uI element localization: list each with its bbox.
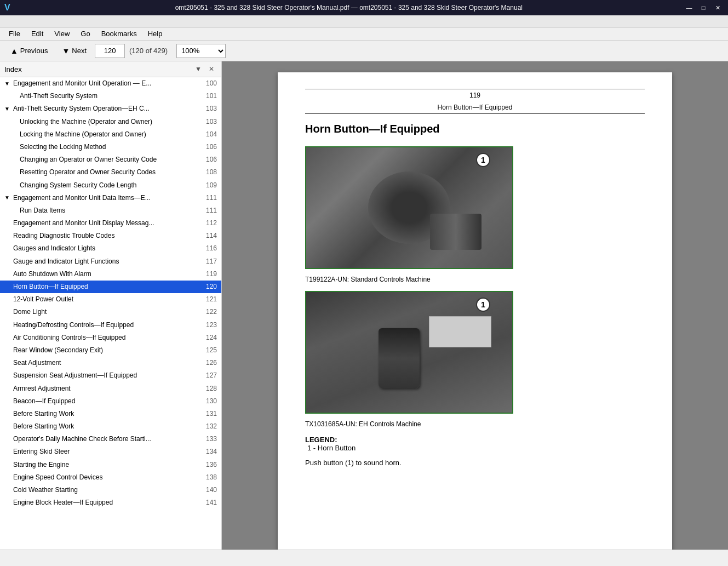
sidebar-item[interactable]: Operator's Daily Machine Check Before St…	[0, 433, 221, 445]
sidebar-item[interactable]: Unlocking the Machine (Operator and Owne…	[0, 116, 221, 128]
next-label: Next	[72, 47, 87, 55]
sidebar-close-button[interactable]: ✕	[206, 64, 217, 75]
prev-label: Previous	[20, 47, 48, 55]
sidebar-item-page: 100	[200, 78, 217, 89]
sidebar-item[interactable]: Starting the Engine136	[0, 459, 221, 471]
sidebar-item[interactable]: Locking the Machine (Operator and Owner)…	[0, 128, 221, 141]
sidebar-item[interactable]: Engagement and Monitor Unit Display Mess…	[0, 217, 221, 230]
sidebar-item[interactable]: Seat Adjustment126	[0, 357, 221, 369]
toolbar: ▲ Previous ▼ Next (120 of 429) 100% 50% …	[0, 41, 728, 61]
menu-bookmarks[interactable]: Bookmarks	[96, 28, 142, 39]
sidebar-item-page: 132	[200, 421, 217, 432]
sidebar-item[interactable]: ▼Engagement and Monitor Unit Operation —…	[0, 77, 221, 90]
page-number: 119	[305, 89, 645, 99]
sidebar-item[interactable]: Cold Weather Starting140	[0, 484, 221, 496]
sidebar-item-page: 112	[200, 218, 217, 228]
prev-button[interactable]: ▲ Previous	[4, 44, 54, 58]
sidebar-item-label: Engagement and Monitor Unit Operation — …	[13, 78, 200, 89]
sidebar-list[interactable]: ▼Engagement and Monitor Unit Operation —…	[0, 77, 221, 550]
sidebar-item-label: Anti-Theft Security System	[20, 91, 200, 101]
title-bar: V omt205051 - 325 and 328 Skid Steer Ope…	[0, 0, 728, 15]
sidebar-item-label: Before Starting Work	[13, 421, 200, 432]
sidebar-item[interactable]: Before Starting Work132	[0, 420, 221, 433]
sidebar-item[interactable]: Engine Block Heater—If Equipped141	[0, 496, 221, 509]
sidebar-item-page: 108	[200, 167, 217, 178]
image2-callout: 1	[476, 298, 490, 312]
menu-go[interactable]: Go	[75, 28, 95, 39]
sidebar-item-page: 134	[200, 447, 217, 457]
sidebar-item-label: Horn Button—If Equipped	[13, 282, 200, 292]
sidebar-item-page: 106	[200, 142, 217, 152]
sidebar-item-page: 106	[200, 155, 217, 165]
sidebar-item-page: 131	[200, 409, 217, 419]
sidebar-item-label: Gauges and Indicator Lights	[13, 243, 200, 254]
sidebar-item[interactable]: ▼Engagement and Monitor Unit Data Items—…	[0, 192, 221, 204]
sidebar-item[interactable]: Engine Speed Control Devices138	[0, 471, 221, 484]
sidebar-item[interactable]: Reading Diagnostic Trouble Codes114	[0, 230, 221, 242]
sidebar-item[interactable]: Suspension Seat Adjustment—If Equipped12…	[0, 369, 221, 382]
menu-file[interactable]: File	[3, 28, 26, 39]
image1-callout: 1	[476, 153, 490, 167]
menu-edit[interactable]: Edit	[26, 28, 49, 39]
sidebar-item-label: Beacon—If Equipped	[13, 396, 200, 407]
sidebar-item-label: Heating/Defrosting Controls—If Equipped	[13, 320, 200, 330]
sidebar-item-page: 133	[200, 434, 217, 444]
pdf-area[interactable]: 119 Horn Button—If Equipped Horn Button—…	[222, 61, 728, 550]
image2: 1	[306, 292, 512, 413]
sidebar-item[interactable]: Dome Light122	[0, 306, 221, 318]
image1-caption: T199122A-UN: Standard Controls Machine	[305, 276, 645, 283]
menu-help[interactable]: Help	[142, 28, 168, 39]
maximize-button[interactable]: □	[697, 3, 709, 13]
sidebar-item-page: 101	[200, 91, 217, 101]
sidebar-item-page: 111	[200, 193, 217, 203]
sidebar-item[interactable]: ▼Anti-Theft Security System Operation—EH…	[0, 102, 221, 115]
expand-icon[interactable]: ▼	[4, 105, 12, 113]
page-input[interactable]	[95, 44, 125, 58]
expand-icon[interactable]: ▼	[4, 193, 12, 202]
sidebar-item[interactable]: Selecting the Locking Method106	[0, 141, 221, 153]
sidebar-item-label: Unlocking the Machine (Operator and Owne…	[20, 117, 200, 127]
sidebar-item-label: Engagement and Monitor Unit Display Mess…	[13, 218, 200, 228]
legend-item: 1 - Horn Button	[307, 444, 645, 452]
sidebar-item-label: Engagement and Monitor Unit Data Items—E…	[13, 193, 200, 203]
sidebar-item[interactable]: Heating/Defrosting Controls—If Equipped1…	[0, 319, 221, 331]
sidebar-item-page: 109	[200, 180, 217, 191]
sidebar-item[interactable]: Beacon—If Equipped130	[0, 395, 221, 408]
sidebar-item-page: 138	[200, 472, 217, 483]
sidebar-item[interactable]: Gauge and Indicator Light Functions117	[0, 255, 221, 268]
sidebar-item[interactable]: Anti-Theft Security System101	[0, 90, 221, 102]
sidebar-dropdown-button[interactable]: ▼	[193, 64, 204, 75]
sidebar-item[interactable]: Rear Window (Secondary Exit)125	[0, 344, 221, 357]
legend-section: LEGEND: 1 - Horn Button	[305, 436, 645, 452]
expand-icon[interactable]: ▼	[4, 79, 12, 88]
close-button[interactable]: ✕	[712, 3, 724, 13]
sidebar-item-page: 122	[200, 307, 217, 317]
sidebar-item-page: 104	[200, 129, 217, 140]
tab-bar	[0, 15, 728, 27]
zoom-select[interactable]: 100% 50% 75% 125% 150% 200%	[176, 44, 226, 58]
sidebar-item[interactable]: Changing System Security Code Length109	[0, 179, 221, 192]
sidebar-item-label: Air Conditioning Controls—If Equipped	[13, 333, 200, 343]
minimize-button[interactable]: —	[683, 3, 695, 13]
app-logo: V	[4, 3, 10, 13]
sidebar-item-label: Run Data Items	[20, 205, 200, 216]
menu-view[interactable]: View	[49, 28, 75, 39]
sidebar-item[interactable]: Auto Shutdown With Alarm119	[0, 268, 221, 281]
sidebar-item[interactable]: 12-Volt Power Outlet121	[0, 293, 221, 306]
sidebar-item[interactable]: Changing an Operator or Owner Security C…	[0, 153, 221, 166]
sidebar-item-label: Dome Light	[13, 307, 200, 317]
sidebar-item[interactable]: Gauges and Indicator Lights116	[0, 242, 221, 255]
sidebar-item-label: Auto Shutdown With Alarm	[13, 269, 200, 279]
sidebar-item-label: Selecting the Locking Method	[20, 142, 200, 152]
sidebar-item[interactable]: Resetting Operator and Owner Security Co…	[0, 166, 221, 179]
sidebar-item[interactable]: Armrest Adjustment128	[0, 382, 221, 395]
image1-box: 1	[305, 146, 513, 269]
next-button[interactable]: ▼ Next	[56, 44, 93, 58]
sidebar-item[interactable]: Air Conditioning Controls—If Equipped124	[0, 331, 221, 344]
sidebar-item[interactable]: Entering Skid Steer134	[0, 445, 221, 458]
sidebar-item[interactable]: Before Starting Work131	[0, 408, 221, 420]
sidebar-item[interactable]: Horn Button—If Equipped120	[0, 281, 221, 293]
sidebar-item[interactable]: Run Data Items111	[0, 204, 221, 217]
sidebar-item-label: Changing System Security Code Length	[20, 180, 200, 191]
sidebar-item-page: 120	[200, 282, 217, 292]
